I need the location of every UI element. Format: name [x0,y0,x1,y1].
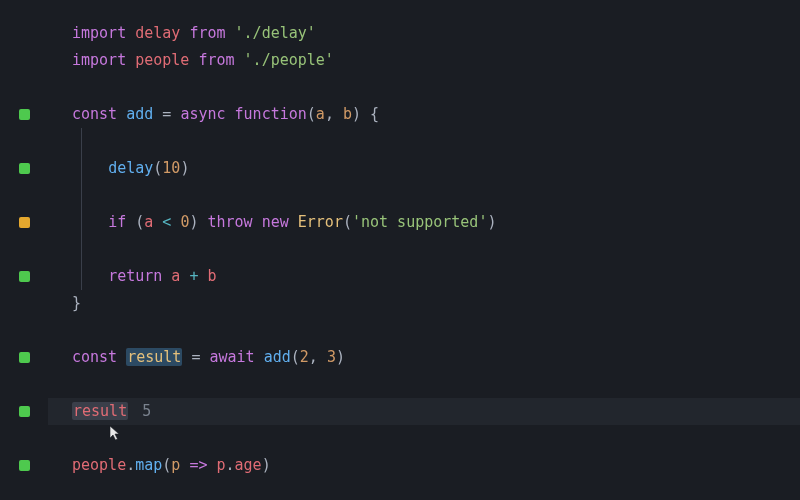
code-content[interactable]: const result = await add(2, 3) [48,344,345,371]
number-3: 3 [327,348,336,366]
gutter [0,352,48,363]
keyword-return: return [108,267,162,285]
current-line-highlight [48,398,800,425]
ident-a: a [144,213,153,231]
code-line-blank[interactable] [0,128,800,155]
code-line[interactable]: people.map(p => p.age) [0,452,800,479]
indent-guide [81,209,82,236]
code-line[interactable]: } [0,290,800,317]
keyword-import: import [72,24,126,42]
code-line[interactable]: return a + b [0,263,800,290]
code-content[interactable]: return a + b [48,263,217,290]
coverage-marker-green-icon [19,109,30,120]
code-editor[interactable]: import delay from './delay' import peopl… [0,0,800,479]
code-content[interactable]: } [48,290,81,317]
code-line-blank[interactable] [0,74,800,101]
code-line-blank[interactable] [0,317,800,344]
indent-guide [81,128,82,155]
coverage-marker-green-icon [19,406,30,417]
string-path: './people' [244,51,334,69]
gutter [0,271,48,282]
gutter [0,217,48,228]
op-plus: + [180,267,207,285]
keyword-throw: throw [207,213,252,231]
arrow: => [180,456,216,474]
keyword-if: if [108,213,126,231]
indent-guide [81,263,82,290]
coverage-marker-green-icon [19,460,30,471]
keyword-const: const [72,105,117,123]
keyword-async: async [180,105,225,123]
code-content[interactable]: if (a < 0) throw new Error('not supporte… [48,209,496,236]
code-content[interactable]: delay(10) [48,155,189,182]
code-line[interactable]: import delay from './delay' [0,20,800,47]
coverage-marker-yellow-icon [19,217,30,228]
code-line[interactable]: import people from './people' [0,47,800,74]
coverage-marker-green-icon [19,352,30,363]
indent-guide [81,155,82,182]
keyword-new: new [262,213,289,231]
coverage-marker-green-icon [19,271,30,282]
ident-people: people [135,51,189,69]
code-line[interactable]: delay(10) [0,155,800,182]
code-content[interactable]: result5 [48,398,151,425]
param-a: a [316,105,325,123]
code-line-blank[interactable] [0,236,800,263]
call-add: add [264,348,291,366]
indent-guide [81,236,82,263]
code-content[interactable]: import delay from './delay' [48,20,316,47]
keyword-const: const [72,348,117,366]
call-delay: delay [108,159,153,177]
def-result: result [126,348,182,366]
prop-age: age [235,456,262,474]
ident-result: result [72,402,128,420]
code-content[interactable]: people.map(p => p.age) [48,452,271,479]
method-map: map [135,456,162,474]
code-line-blank[interactable] [0,425,800,452]
def-add: add [126,105,153,123]
number-2: 2 [300,348,309,366]
code-line[interactable]: if (a < 0) throw new Error('not supporte… [0,209,800,236]
code-line-current[interactable]: result5 [0,398,800,425]
string-path: './delay' [235,24,316,42]
keyword-await: await [209,348,254,366]
ident-p: p [217,456,226,474]
code-line-blank[interactable] [0,371,800,398]
brace-close: } [72,294,81,312]
keyword-from: from [189,24,225,42]
op-lt: < [153,213,180,231]
gutter [0,109,48,120]
param-b: b [343,105,352,123]
keyword-import: import [72,51,126,69]
keyword-from: from [198,51,234,69]
keyword-function: function [235,105,307,123]
ident-people: people [72,456,126,474]
gutter [0,163,48,174]
coverage-marker-green-icon [19,163,30,174]
code-content[interactable]: const add = async function(a, b) { [48,101,379,128]
gutter [0,460,48,471]
code-line[interactable]: const result = await add(2, 3) [0,344,800,371]
ident-b: b [207,267,216,285]
gutter [0,406,48,417]
code-content[interactable]: import people from './people' [48,47,334,74]
class-error: Error [298,213,343,231]
indent-guide [81,182,82,209]
code-line-blank[interactable] [0,182,800,209]
inline-value: 5 [142,402,151,420]
string-msg: 'not supported' [352,213,487,231]
ident-delay: delay [135,24,180,42]
code-line[interactable]: const add = async function(a, b) { [0,101,800,128]
number-10: 10 [162,159,180,177]
